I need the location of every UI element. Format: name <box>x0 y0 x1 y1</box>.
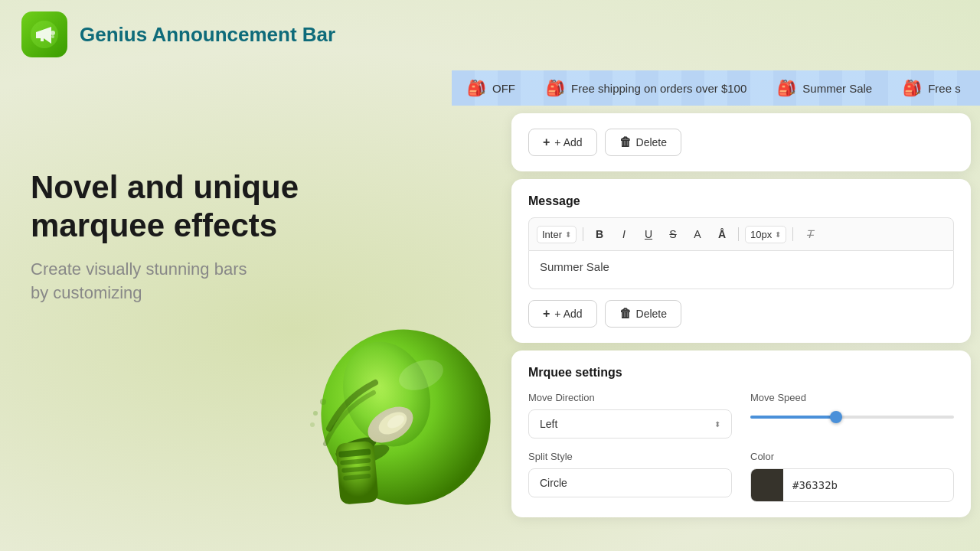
strikethrough-button[interactable]: S <box>663 224 683 244</box>
app-header: Genius Announcement Bar <box>0 0 980 69</box>
left-content: Novel and uniquemarquee effects Create v… <box>31 168 429 305</box>
bar-content: 🎒 OFF 🎒 Free shipping on orders over $10… <box>452 70 976 106</box>
clear-format-button[interactable]: T̶ <box>799 224 819 244</box>
marquee-section-title: Mrquee settings <box>528 366 954 380</box>
speed-slider-fill <box>750 416 836 419</box>
toolbar-separator-3 <box>792 227 793 241</box>
color-swatch <box>751 469 783 501</box>
bar-text-3: Summer Sale <box>802 82 872 95</box>
marquee-settings-card: Mrquee settings Move Direction Left ⬍ Mo… <box>511 350 971 517</box>
color-label: Color <box>750 451 954 462</box>
font-color-button[interactable]: A <box>688 224 707 244</box>
bar-emoji-2: 🎒 <box>546 79 565 97</box>
svg-point-18 <box>310 422 315 427</box>
marquee-title-partial: M <box>528 366 538 379</box>
megaphone-image <box>283 283 498 528</box>
message-input[interactable]: Summer Sale <box>528 251 954 289</box>
font-size-value: 10px <box>750 229 772 240</box>
subheadline: Create visually stunning barsby customiz… <box>31 258 429 305</box>
add-button-2[interactable]: + + Add <box>528 300 597 328</box>
bar-item-4: 🎒 Free s <box>887 79 976 97</box>
font-selector[interactable]: Inter ⬍ <box>537 226 577 243</box>
logo-svg <box>28 18 60 51</box>
megaphone-svg <box>283 283 498 528</box>
svg-point-16 <box>320 399 326 405</box>
split-color-row: Split Style Circle Color #36332b <box>528 451 954 502</box>
add-label-1: + Add <box>554 136 582 148</box>
toolbar-separator-2 <box>738 227 739 241</box>
direction-field: Move Direction Left ⬍ <box>528 392 732 439</box>
bar-emoji-4: 🎒 <box>903 79 922 97</box>
marquee-direction-speed-row: Move Direction Left ⬍ Move Speed <box>528 392 954 439</box>
split-style-input[interactable]: Circle <box>528 468 732 497</box>
bar-items: 🎒 OFF 🎒 Free shipping on orders over $10… <box>452 79 976 97</box>
color-hex-value: #36332b <box>783 479 847 491</box>
delete-button-2[interactable]: 🗑 Delete <box>605 300 681 328</box>
direction-select[interactable]: Left ⬍ <box>528 409 732 439</box>
right-panel: + + Add 🗑 Delete Message Inter ⬍ B I U S… <box>511 113 971 517</box>
svg-point-17 <box>313 411 318 416</box>
delete-icon-1: 🗑 <box>619 135 632 149</box>
color-field: Color #36332b <box>750 451 954 502</box>
svg-point-1 <box>51 31 55 35</box>
message-card: Message Inter ⬍ B I U S A Å 10px ⬍ T̶ <box>511 179 971 343</box>
add-icon-1: + <box>543 135 550 149</box>
message-section-title: Message <box>528 194 954 208</box>
split-style-field: Split Style Circle <box>528 451 732 497</box>
split-style-label: Split Style <box>528 451 732 462</box>
bar-emoji-3: 🎒 <box>777 79 796 97</box>
message-toolbar: Inter ⬍ B I U S A Å 10px ⬍ T̶ <box>528 217 954 251</box>
announcement-bar-preview: 🎒 OFF 🎒 Free shipping on orders over $10… <box>452 70 980 106</box>
font-size-selector[interactable]: 10px ⬍ <box>745 226 786 243</box>
italic-button[interactable]: I <box>614 224 634 244</box>
bar-emoji-1: 🎒 <box>467 79 486 97</box>
color-picker-row[interactable]: #36332b <box>750 468 954 502</box>
bar-text-1: OFF <box>492 82 515 95</box>
direction-label: Move Direction <box>528 392 732 403</box>
speed-slider-thumb[interactable] <box>830 411 842 423</box>
add-icon-2: + <box>543 307 550 321</box>
delete-label-1: Delete <box>636 136 667 148</box>
font-name: Inter <box>542 229 562 240</box>
headline: Novel and uniquemarquee effects <box>31 168 429 246</box>
bar-text-4: Free s <box>928 82 961 95</box>
action-row-2: + + Add 🗑 Delete <box>528 300 954 328</box>
direction-value: Left <box>540 418 557 430</box>
font-size-chevron: ⬍ <box>775 230 781 239</box>
delete-button-1[interactable]: 🗑 Delete <box>605 129 681 156</box>
speed-slider-track <box>750 416 954 419</box>
toolbar-separator-1 <box>583 227 583 241</box>
add-button-1[interactable]: + + Add <box>528 129 597 156</box>
font-chevron: ⬍ <box>565 230 571 239</box>
bold-button[interactable]: B <box>590 224 609 244</box>
underline-button[interactable]: U <box>639 224 658 244</box>
speed-slider-wrapper <box>750 409 954 425</box>
highlight-button[interactable]: Å <box>712 224 732 244</box>
action-row-1: + + Add 🗑 Delete <box>528 129 954 156</box>
direction-chevron: ⬍ <box>714 420 720 429</box>
speed-label: Move Speed <box>750 392 954 403</box>
speed-field: Move Speed <box>750 392 954 425</box>
app-logo <box>21 11 67 57</box>
bar-text-2: Free shipping on orders over $100 <box>571 82 746 95</box>
action-card-1: + + Add 🗑 Delete <box>511 113 971 171</box>
app-title: Genius Announcement Bar <box>80 23 335 47</box>
add-label-2: + Add <box>554 308 582 320</box>
svg-point-2 <box>51 35 54 38</box>
bar-item-3: 🎒 Summer Sale <box>762 79 887 97</box>
delete-label-2: Delete <box>636 308 667 320</box>
delete-icon-2: 🗑 <box>619 307 632 321</box>
bar-item-2: 🎒 Free shipping on orders over $100 <box>531 79 762 97</box>
bar-item-1: 🎒 OFF <box>452 79 531 97</box>
